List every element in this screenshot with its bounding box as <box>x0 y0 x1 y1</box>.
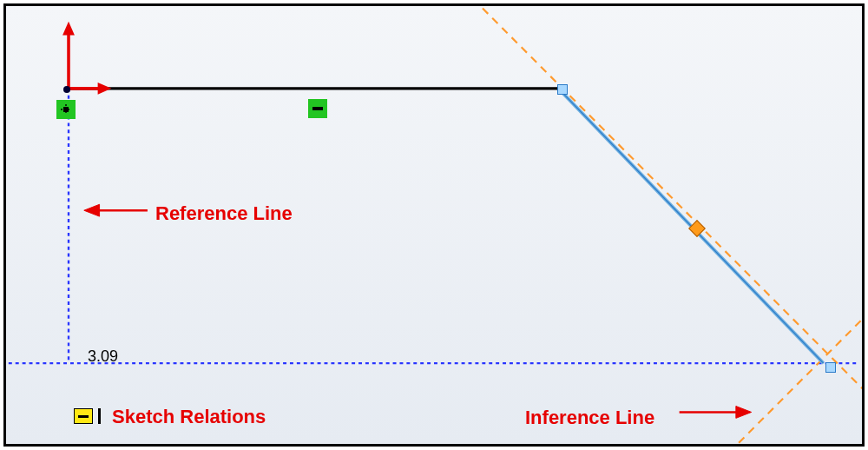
inference-line-neg45-icon <box>729 272 862 444</box>
svg-marker-1 <box>62 22 75 36</box>
sketch-canvas[interactable] <box>6 6 862 444</box>
svg-marker-5 <box>84 204 100 216</box>
svg-marker-3 <box>98 83 112 95</box>
svg-marker-7 <box>736 407 752 419</box>
relation-horizontal-icon[interactable] <box>308 99 327 118</box>
inference-line-label: Inference Line <box>525 407 654 429</box>
svg-rect-10 <box>63 107 69 112</box>
reference-line-arrow-icon <box>84 204 148 216</box>
line-endpoint[interactable] <box>557 84 568 95</box>
relation-coincident-origin-icon[interactable] <box>56 100 76 119</box>
sketch-viewport[interactable]: 3.09 Reference Line Inference Line Sketc… <box>3 3 865 447</box>
reference-line-label: Reference Line <box>155 202 293 225</box>
line-endpoint[interactable] <box>825 362 836 373</box>
dimension-preview: 3.09 <box>88 347 118 366</box>
sketch-relations-label: Sketch Relations <box>112 406 266 428</box>
inference-line-arrow-icon <box>680 407 752 419</box>
origin-point-icon <box>63 86 70 93</box>
relation-legend-vertical-icon <box>98 408 101 424</box>
relation-legend-badge-icon <box>74 408 93 424</box>
inference-line-45-icon <box>464 6 862 435</box>
origin-axes-icon <box>62 22 111 95</box>
